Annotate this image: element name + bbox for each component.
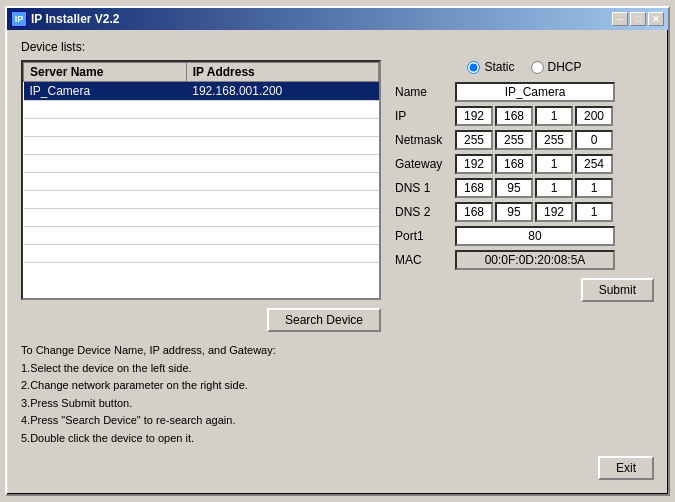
- ip-field-row: IP: [395, 106, 654, 126]
- instruction-line-2: 2.Change network parameter on the right …: [21, 377, 381, 395]
- search-device-button[interactable]: Search Device: [267, 308, 381, 332]
- netmask-value: [455, 130, 613, 150]
- static-radio-option[interactable]: Static: [467, 60, 514, 74]
- search-button-row: Search Device: [21, 308, 381, 332]
- port1-label: Port1: [395, 229, 455, 243]
- name-field-row: Name: [395, 82, 654, 102]
- port1-field-row: Port1: [395, 226, 654, 246]
- dns2-value: [455, 202, 613, 222]
- ip-octet3[interactable]: [535, 106, 573, 126]
- dns1-octet2[interactable]: [495, 178, 533, 198]
- static-radio[interactable]: [467, 61, 480, 74]
- dns1-field-row: DNS 1: [395, 178, 654, 198]
- instruction-line-5: 5.Double click the device to open it.: [21, 430, 381, 448]
- port1-value: [455, 226, 615, 246]
- gateway-field-row: Gateway: [395, 154, 654, 174]
- ip-octet1[interactable]: [455, 106, 493, 126]
- ip-label: IP: [395, 109, 455, 123]
- netmask-label: Netmask: [395, 133, 455, 147]
- device-table: Server Name IP Address IP_Camera 192.168…: [21, 60, 381, 300]
- col-server-name: Server Name: [24, 63, 187, 82]
- dns1-label: DNS 1: [395, 181, 455, 195]
- window-controls: ─ □ ✕: [612, 12, 664, 26]
- gateway-octet4[interactable]: [575, 154, 613, 174]
- dns2-label: DNS 2: [395, 205, 455, 219]
- dhcp-label: DHCP: [548, 60, 582, 74]
- instruction-line-0: To Change Device Name, IP address, and G…: [21, 342, 381, 360]
- submit-button[interactable]: Submit: [581, 278, 654, 302]
- instruction-line-1: 1.Select the device on the left side.: [21, 360, 381, 378]
- exit-button[interactable]: Exit: [598, 456, 654, 480]
- mode-radio-row: Static DHCP: [395, 60, 654, 74]
- dns1-value: [455, 178, 613, 198]
- window-title: IP Installer V2.2: [31, 12, 612, 26]
- gateway-octet3[interactable]: [535, 154, 573, 174]
- device-ip-cell: 192.168.001.200: [186, 82, 378, 101]
- netmask-octet3[interactable]: [535, 130, 573, 150]
- static-label: Static: [484, 60, 514, 74]
- minimize-button[interactable]: ─: [612, 12, 628, 26]
- netmask-octet1[interactable]: [455, 130, 493, 150]
- table-row: [24, 155, 379, 173]
- table-row: [24, 119, 379, 137]
- instruction-line-3: 3.Press Submit button.: [21, 395, 381, 413]
- netmask-octet2[interactable]: [495, 130, 533, 150]
- dns2-octet3[interactable]: [535, 202, 573, 222]
- dhcp-radio-option[interactable]: DHCP: [531, 60, 582, 74]
- ip-value: [455, 106, 613, 126]
- instruction-line-4: 4.Press "Search Device" to re-search aga…: [21, 412, 381, 430]
- main-area: Server Name IP Address IP_Camera 192.168…: [21, 60, 654, 448]
- mac-label: MAC: [395, 253, 455, 267]
- table-row: [24, 137, 379, 155]
- table-row: [24, 173, 379, 191]
- netmask-field-row: Netmask: [395, 130, 654, 150]
- device-name-cell: IP_Camera: [24, 82, 187, 101]
- instructions-panel: To Change Device Name, IP address, and G…: [21, 342, 381, 448]
- ip-octet4[interactable]: [575, 106, 613, 126]
- gateway-value: [455, 154, 613, 174]
- gateway-octet2[interactable]: [495, 154, 533, 174]
- window-icon: IP: [11, 11, 27, 27]
- device-list-label: Device lists:: [21, 40, 654, 54]
- main-window: IP IP Installer V2.2 ─ □ ✕ Device lists:…: [5, 6, 670, 496]
- maximize-button[interactable]: □: [630, 12, 646, 26]
- title-bar: IP IP Installer V2.2 ─ □ ✕: [7, 8, 668, 30]
- mac-field-row: MAC 00:0F:0D:20:08:5A: [395, 250, 654, 270]
- dns1-octet4[interactable]: [575, 178, 613, 198]
- table-row: [24, 101, 379, 119]
- gateway-label: Gateway: [395, 157, 455, 171]
- gateway-octet1[interactable]: [455, 154, 493, 174]
- mac-value: 00:0F:0D:20:08:5A: [455, 250, 615, 270]
- dns1-octet3[interactable]: [535, 178, 573, 198]
- table-row: [24, 209, 379, 227]
- exit-row: Exit: [598, 456, 654, 480]
- table-row: [24, 245, 379, 263]
- name-input[interactable]: [455, 82, 615, 102]
- mac-display: 00:0F:0D:20:08:5A: [455, 250, 615, 270]
- submit-row: Submit: [395, 278, 654, 302]
- close-button[interactable]: ✕: [648, 12, 664, 26]
- dns2-field-row: DNS 2: [395, 202, 654, 222]
- table-row[interactable]: IP_Camera 192.168.001.200: [24, 82, 379, 101]
- dhcp-radio[interactable]: [531, 61, 544, 74]
- left-panel: Server Name IP Address IP_Camera 192.168…: [21, 60, 381, 448]
- dns2-octet1[interactable]: [455, 202, 493, 222]
- col-ip-address: IP Address: [186, 63, 378, 82]
- netmask-octet4[interactable]: [575, 130, 613, 150]
- table-row: [24, 191, 379, 209]
- right-panel: Static DHCP Name IP: [395, 60, 654, 448]
- name-label: Name: [395, 85, 455, 99]
- ip-octet2[interactable]: [495, 106, 533, 126]
- dns1-octet1[interactable]: [455, 178, 493, 198]
- content-area: Device lists: Server Name IP Address: [7, 30, 668, 458]
- dns2-octet2[interactable]: [495, 202, 533, 222]
- dns2-octet4[interactable]: [575, 202, 613, 222]
- table-row: [24, 227, 379, 245]
- port1-input[interactable]: [455, 226, 615, 246]
- name-value: [455, 82, 615, 102]
